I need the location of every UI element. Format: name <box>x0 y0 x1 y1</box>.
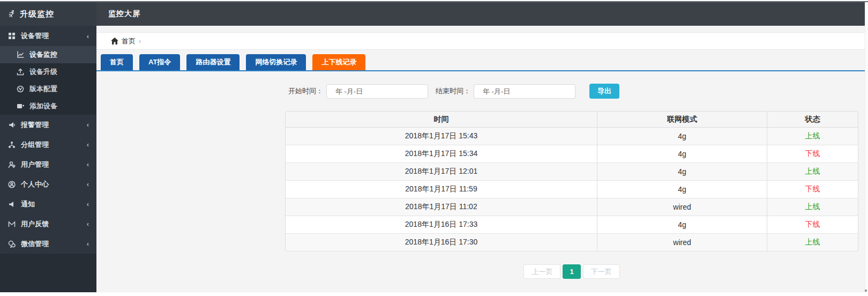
sidebar-item-label: 用户反馈 <box>21 219 82 229</box>
home-icon <box>110 37 119 46</box>
sidebar-item-feedback[interactable]: 用户反馈‹ <box>0 214 96 234</box>
window-bottom-edge <box>0 292 868 296</box>
tab-1[interactable]: 首页 <box>101 54 133 70</box>
cell-mode: 4g <box>597 181 767 198</box>
sidebar-item-chart[interactable]: 设备监控 <box>0 46 96 63</box>
breadcrumb-home-label: 首页 <box>122 36 136 46</box>
cell-mode: wired <box>597 234 767 251</box>
notice-icon <box>8 200 16 209</box>
breadcrumb-home-link[interactable]: 首页 <box>110 36 136 46</box>
sidebar-item-label: 添加设备 <box>29 101 89 111</box>
cell-time: 2018年1月16日 17:33 <box>285 216 597 234</box>
cell-mode: 4g <box>597 128 767 145</box>
start-date-input[interactable] <box>326 84 428 99</box>
table-row: 2018年1月16日 17:334g下线 <box>285 216 858 234</box>
records-table-body: 2018年1月17日 15:434g上线2018年1月17日 15:344g下线… <box>285 128 858 251</box>
column-header-status: 状态 <box>767 111 858 128</box>
tab-5-active[interactable]: 上下线记录 <box>312 54 365 70</box>
sidebar-item-grid[interactable]: 设备管理‹ <box>0 26 96 46</box>
cell-mode: 4g <box>597 163 767 181</box>
pagination: 上一页 1 下一页 <box>285 264 858 279</box>
cell-status: 下线 <box>767 216 858 234</box>
records-table-head: 时间 联网模式 状态 <box>285 111 858 128</box>
chevron-left-icon: ‹ <box>87 220 89 228</box>
cell-time: 2018年1月17日 15:43 <box>285 128 597 145</box>
chevron-left-icon: ‹ <box>87 32 89 40</box>
table-row: 2018年1月16日 17:30wired上线 <box>285 234 858 251</box>
start-time-label: 开始时间： <box>288 86 323 96</box>
topbar-title: 监控大屏 <box>108 9 140 19</box>
sidebar-item-label: 报警管理 <box>21 120 82 130</box>
app-window: 监控大屏 升级监控 设备管理‹设备监控设备升级版本配置添加设备报警管理‹分组管理… <box>0 0 868 296</box>
current-page-button[interactable]: 1 <box>563 264 580 279</box>
chevron-left-icon: ‹ <box>87 160 89 168</box>
sidebar-item-alarm[interactable]: 报警管理‹ <box>0 115 96 135</box>
end-date-input[interactable] <box>474 84 575 99</box>
table-row: 2018年1月17日 15:434g上线 <box>285 128 858 145</box>
breadcrumb-separator: › <box>139 38 141 45</box>
chevron-left-icon: ‹ <box>87 240 89 248</box>
filter-bar: 开始时间： 结束时间： 导出 <box>288 84 865 99</box>
export-button[interactable]: 导出 <box>589 84 619 99</box>
chevron-left-icon: ‹ <box>87 200 89 208</box>
table-row: 2018年1月17日 11:594g下线 <box>285 181 858 198</box>
table-row: 2018年1月17日 15:344g下线 <box>285 145 858 163</box>
sidebar-item-label: 设备升级 <box>29 67 89 77</box>
top-header-bar: 监控大屏 <box>96 2 865 26</box>
sidebar-item-users[interactable]: 用户管理‹ <box>0 154 96 174</box>
table-row: 2018年1月17日 12:014g上线 <box>285 163 858 181</box>
app-logo[interactable]: 升级监控 <box>0 2 96 26</box>
end-time-label: 结束时间： <box>436 86 470 96</box>
sidebar-item-profile[interactable]: 个人中心‹ <box>0 174 96 194</box>
prev-page-button[interactable]: 上一页 <box>523 264 560 279</box>
sidebar-item-label: 版本配置 <box>29 84 89 94</box>
cell-status: 下线 <box>767 181 858 198</box>
group-icon <box>8 140 16 149</box>
feedback-icon <box>8 220 16 228</box>
sidebar-item-wechat[interactable]: 微信管理‹ <box>0 234 96 254</box>
alarm-icon <box>8 121 16 129</box>
cell-time: 2018年1月17日 15:34 <box>285 145 597 163</box>
sidebar-item-label: 设备管理 <box>21 31 82 41</box>
scrollbar[interactable] <box>865 2 868 292</box>
column-header-mode: 联网模式 <box>597 111 767 128</box>
tab-3[interactable]: 路由器设置 <box>186 54 240 70</box>
sidebar-item-notice[interactable]: 通知‹ <box>0 194 96 214</box>
sidebar-item-add-device[interactable]: 添加设备 <box>0 98 96 115</box>
grid-icon <box>8 32 16 40</box>
resize-handle <box>865 290 867 292</box>
cell-status: 上线 <box>767 128 858 145</box>
chevron-left-icon: ‹ <box>87 140 89 149</box>
cell-time: 2018年1月16日 17:30 <box>285 234 597 251</box>
tab-4[interactable]: 网络切换记录 <box>246 54 306 70</box>
sidebar-item-version[interactable]: 版本配置 <box>0 80 96 98</box>
users-icon <box>8 160 16 169</box>
wechat-icon <box>8 240 16 248</box>
app-logo-text: 升级监控 <box>20 9 54 19</box>
sidebar-item-label: 通知 <box>21 199 82 209</box>
tab-bar: 首页AT指令路由器设置网络切换记录上下线记录 <box>101 54 865 70</box>
upgrade-icon <box>16 68 25 76</box>
next-page-button[interactable]: 下一页 <box>583 264 620 279</box>
cell-time: 2018年1月17日 11:02 <box>285 198 597 216</box>
sidebar-item-group[interactable]: 分组管理‹ <box>0 135 96 154</box>
column-header-time: 时间 <box>285 111 597 128</box>
add-device-icon <box>16 102 25 110</box>
sidebar-item-label: 个人中心 <box>21 180 82 189</box>
sidebar-submenu: 设备监控设备升级版本配置添加设备 <box>0 46 96 115</box>
sidebar-item-label: 用户管理 <box>21 160 82 169</box>
sidebar: 升级监控 设备管理‹设备监控设备升级版本配置添加设备报警管理‹分组管理‹用户管理… <box>0 2 96 292</box>
breadcrumb: 首页 › <box>96 32 865 50</box>
sidebar-item-upgrade[interactable]: 设备升级 <box>0 63 96 80</box>
chevron-left-icon: ‹ <box>87 121 89 129</box>
main-content: 首页 › 首页AT指令路由器设置网络切换记录上下线记录 开始时间： 结束时间： … <box>96 26 865 292</box>
sidebar-item-label: 微信管理 <box>21 239 82 249</box>
cell-status: 下线 <box>767 145 858 163</box>
sidebar-item-label: 分组管理 <box>21 140 82 150</box>
records-table: 时间 联网模式 状态 2018年1月17日 15:434g上线2018年1月17… <box>285 111 858 251</box>
tab-2[interactable]: AT指令 <box>139 54 180 70</box>
cell-status: 上线 <box>767 234 858 251</box>
cell-mode: 4g <box>597 145 767 163</box>
chevron-left-icon: ‹ <box>87 180 89 188</box>
cell-mode: wired <box>597 198 767 216</box>
